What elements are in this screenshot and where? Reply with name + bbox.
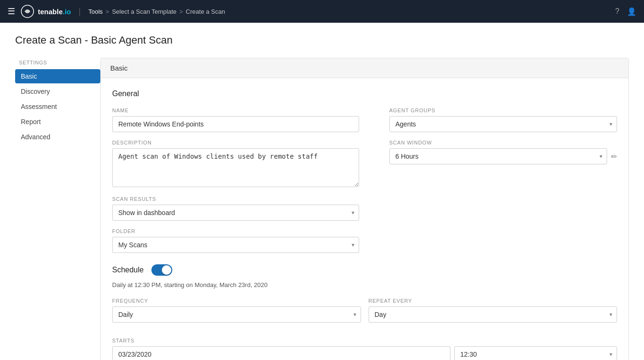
page-title: Create a Scan - Basic Agent Scan [15, 34, 629, 46]
folder-select-wrapper: My Scans Trash ▾ [112, 237, 359, 253]
breadcrumb-sep2: > [179, 8, 183, 15]
description-label: DESCRIPTION [112, 140, 359, 145]
page-layout: Settings Basic Discovery Assessment Repo… [15, 58, 629, 360]
scan-window-row: 6 Hours 12 Hours 24 Hours ▾ ✏ [389, 148, 618, 164]
schedule-toggle[interactable] [151, 264, 172, 276]
form-area: General NAME DESCRIPTION SCA [101, 78, 628, 360]
scan-results-select-wrapper: Show in dashboard Do not show in dashboa… [112, 205, 359, 221]
sidebar-item-report[interactable]: Report [15, 115, 100, 129]
breadcrumb-tools[interactable]: Tools [88, 8, 103, 15]
main-content-panel: Basic General NAME DESCRIPTION [100, 58, 629, 360]
form-left-column: NAME DESCRIPTION SCAN RESULTS Show in [112, 108, 359, 261]
logo-text: tenable.io [38, 8, 71, 16]
general-form-grid: NAME DESCRIPTION SCAN RESULTS Show in [112, 108, 617, 261]
starts-label: STARTS [112, 338, 617, 343]
repeat-every-select-wrapper: Day Week Month ▾ [369, 306, 618, 323]
general-section-title: General [112, 90, 617, 98]
breadcrumb: Tools > Select a Scan Template > Create … [88, 8, 225, 15]
section-header: Basic [101, 58, 628, 78]
sidebar-item-discovery[interactable]: Discovery [15, 84, 100, 99]
sidebar-item-basic[interactable]: Basic [15, 69, 100, 83]
name-group: NAME [112, 108, 359, 132]
name-input[interactable] [112, 116, 359, 132]
nav-divider: | [79, 7, 81, 17]
scan-window-group: SCAN WINDOW 6 Hours 12 Hours 24 Hours ▾ [389, 140, 618, 164]
frequency-group: FREQUENCY Once Daily Weekly Monthly ▾ [112, 298, 361, 323]
breadcrumb-select-template[interactable]: Select a Scan Template [112, 8, 176, 15]
scan-results-select[interactable]: Show in dashboard Do not show in dashboa… [112, 205, 359, 221]
scan-window-label: SCAN WINDOW [389, 140, 618, 145]
starts-date-input[interactable] [112, 346, 450, 360]
repeat-every-select[interactable]: Day Week Month [369, 306, 618, 323]
schedule-section: Schedule Daily at 12:30 PM, starting on … [112, 264, 617, 360]
sidebar-section-label: Settings [15, 60, 100, 65]
settings-sidebar: Settings Basic Discovery Assessment Repo… [15, 58, 100, 360]
frequency-label: FREQUENCY [112, 298, 361, 304]
scan-results-group: SCAN RESULTS Show in dashboard Do not sh… [112, 196, 359, 221]
schedule-title: Schedule [112, 266, 144, 274]
page-container: Create a Scan - Basic Agent Scan Setting… [0, 23, 644, 360]
schedule-header: Schedule [112, 264, 617, 276]
repeat-every-group: REPEAT EVERY Day Week Month ▾ [369, 298, 618, 323]
help-icon[interactable]: ? [615, 7, 619, 16]
breadcrumb-sep1: > [106, 8, 109, 15]
agent-groups-group: AGENT GROUPS Agents ▾ [389, 108, 618, 132]
sidebar-item-assessment[interactable]: Assessment [15, 99, 100, 114]
agent-groups-select-wrapper: Agents ▾ [389, 116, 618, 132]
starts-time-select-wrapper: 12:30 13:00 13:30 ▾ [454, 346, 617, 360]
form-right-column: AGENT GROUPS Agents ▾ SCAN WINDOW [371, 108, 618, 261]
hamburger-menu[interactable]: ☰ [8, 6, 15, 17]
breadcrumb-create-scan: Create a Scan [186, 8, 225, 15]
schedule-description: Daily at 12:30 PM, starting on Monday, M… [112, 281, 617, 288]
agent-groups-label: AGENT GROUPS [389, 108, 618, 113]
repeat-every-label: REPEAT EVERY [369, 298, 618, 304]
frequency-select-wrapper: Once Daily Weekly Monthly ▾ [112, 306, 361, 323]
scan-results-label: SCAN RESULTS [112, 196, 359, 202]
description-group: DESCRIPTION [112, 140, 359, 189]
name-label: NAME [112, 108, 359, 113]
user-icon[interactable]: 👤 [627, 7, 636, 16]
agent-groups-select[interactable]: Agents [389, 116, 618, 132]
scan-window-edit-icon[interactable]: ✏ [611, 152, 617, 161]
folder-group: FOLDER My Scans Trash ▾ [112, 228, 359, 253]
scan-window-select[interactable]: 6 Hours 12 Hours 24 Hours [389, 148, 608, 164]
top-navigation: ☰ tenable.io | Tools > Select a Scan Tem… [0, 0, 644, 23]
scan-window-select-wrapper: 6 Hours 12 Hours 24 Hours ▾ [389, 148, 608, 164]
company-logo: tenable.io [21, 5, 71, 18]
frequency-select[interactable]: Once Daily Weekly Monthly [112, 306, 361, 323]
starts-time-select[interactable]: 12:30 13:00 13:30 [454, 346, 617, 360]
sidebar-item-advanced[interactable]: Advanced [15, 130, 100, 144]
folder-select[interactable]: My Scans Trash [112, 237, 359, 253]
folder-label: FOLDER [112, 228, 359, 234]
toggle-knob [162, 265, 171, 275]
frequency-row: FREQUENCY Once Daily Weekly Monthly ▾ [112, 298, 617, 330]
starts-group: STARTS 12:30 13:00 13:30 ▾ [112, 338, 617, 360]
starts-row: 12:30 13:00 13:30 ▾ [112, 346, 617, 360]
description-textarea[interactable] [112, 148, 359, 187]
